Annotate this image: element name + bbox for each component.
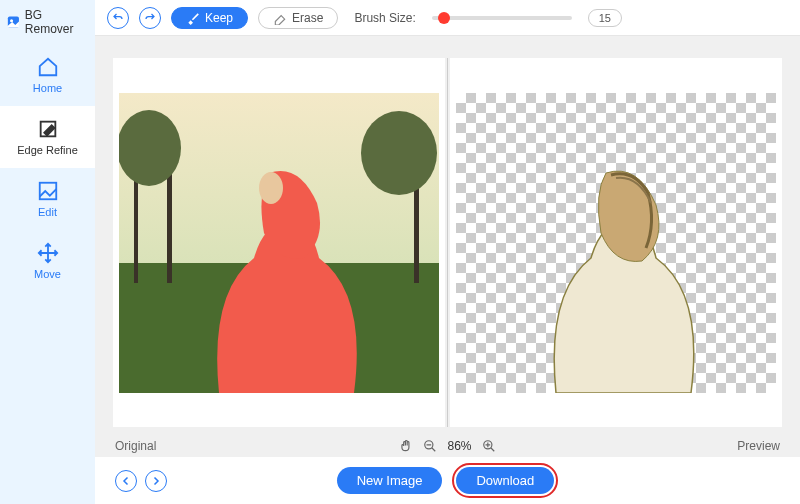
brush-keep-icon [186,11,200,25]
brush-size-label: Brush Size: [354,11,415,25]
zoom-in-icon[interactable] [482,439,496,453]
svg-point-10 [361,111,437,195]
slider-handle[interactable] [438,12,450,24]
brush-size-slider[interactable] [432,16,572,20]
chevron-left-icon [120,475,132,487]
sidebar-item-label: Edge Refine [17,144,78,156]
sidebar-item-label: Move [34,268,61,280]
move-icon [37,242,59,264]
sidebar-item-label: Home [33,82,62,94]
status-row: Original 86% Preview [95,435,800,457]
original-label: Original [115,439,235,453]
eraser-icon [273,11,287,25]
undo-icon [112,12,124,24]
keep-button[interactable]: Keep [171,7,248,29]
sidebar-item-edit[interactable]: Edit [0,168,95,230]
app-logo-icon [6,14,21,30]
chevron-right-icon [150,475,162,487]
panel-divider [447,58,448,427]
preview-image-subject [456,93,776,393]
zoom-out-icon[interactable] [423,439,437,453]
svg-point-1 [10,19,13,22]
preview-label: Preview [660,439,780,453]
redo-button[interactable] [139,7,161,29]
new-image-button[interactable]: New Image [337,467,443,494]
preview-image-background [456,93,776,393]
sidebar-item-move[interactable]: Move [0,230,95,292]
redo-icon [144,12,156,24]
pan-hand-icon[interactable] [399,439,413,453]
undo-button[interactable] [107,7,129,29]
erase-label: Erase [292,11,323,25]
original-panel [113,58,445,427]
download-button[interactable]: Download [456,467,554,494]
sidebar-item-label: Edit [38,206,57,218]
zoom-value: 86% [447,439,471,453]
app-logo-row: BG Remover [0,0,95,44]
preview-panel [450,58,782,427]
original-image [119,93,439,393]
next-image-button[interactable] [145,470,167,492]
toolbar: Keep Erase Brush Size: 15 [95,0,800,36]
home-icon [37,56,59,78]
erase-button[interactable]: Erase [258,7,338,29]
brush-size-value: 15 [588,9,622,27]
edit-icon [37,180,59,202]
bottom-row: New Image Download [95,457,800,504]
canvas-area [95,36,800,435]
sidebar-item-home[interactable]: Home [0,44,95,106]
svg-point-11 [259,172,283,204]
sidebar: BG Remover Home Edge Refine Edit Move [0,0,95,504]
app-title: BG Remover [25,8,89,36]
keep-label: Keep [205,11,233,25]
svg-point-9 [119,110,181,186]
edge-refine-icon [37,118,59,140]
prev-image-button[interactable] [115,470,137,492]
sidebar-item-edge-refine[interactable]: Edge Refine [0,106,95,168]
